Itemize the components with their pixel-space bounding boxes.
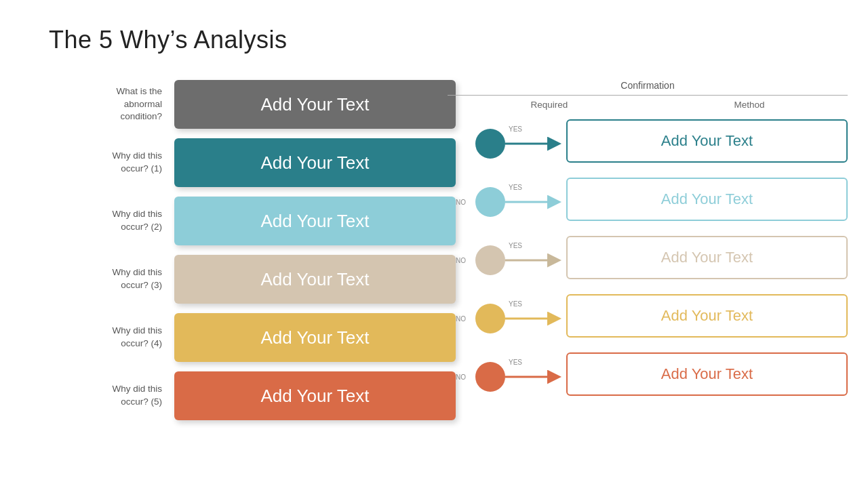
main-box-5[interactable]: Add Your Text [174, 371, 456, 420]
page-title: The 5 Why’s Analysis [49, 26, 287, 54]
svg-point-1 [475, 129, 505, 159]
diagram-row-3: NO YES Add Your Text [448, 291, 848, 340]
flow-diagram-3: NO YES [448, 291, 566, 340]
main-box-0[interactable]: Add Your Text [174, 80, 456, 129]
svg-point-7 [475, 187, 505, 217]
left-row-5: Why did this occur? (5)Add Your Text [49, 371, 456, 420]
left-row-4: Why did this occur? (4)Add Your Text [49, 313, 456, 362]
left-row-3: Why did this occur? (3)Add Your Text [49, 255, 456, 304]
row-label-4: Why did this occur? (4) [49, 325, 174, 350]
conf-box-1[interactable]: Add Your Text [566, 178, 848, 221]
main-box-4[interactable]: Add Your Text [174, 313, 456, 362]
conf-box-2[interactable]: Add Your Text [566, 236, 848, 279]
row-label-0: What is the abnormal condition? [49, 85, 174, 124]
svg-text:NO: NO [456, 199, 466, 206]
diagram-row-0: YES Add Your Text [448, 117, 848, 165]
svg-text:YES: YES [509, 359, 522, 366]
svg-point-13 [475, 245, 505, 275]
diagram-row-4: NO YES Add Your Text [448, 350, 848, 399]
left-row-0: What is the abnormal condition?Add Your … [49, 80, 456, 129]
left-row-2: Why did this occur? (2)Add Your Text [49, 197, 456, 245]
diagram-row-2: NO YES Add Your Text [448, 233, 848, 282]
svg-point-19 [475, 304, 505, 333]
flow-diagram-0: YES [448, 117, 566, 165]
conf-box-4[interactable]: Add Your Text [566, 352, 848, 396]
svg-text:NO: NO [456, 257, 466, 264]
main-box-2[interactable]: Add Your Text [174, 197, 456, 245]
row-label-3: Why did this occur? (3) [49, 266, 174, 292]
diagram-row-1: NO YES Add Your Text [448, 175, 848, 224]
conf-box-3[interactable]: Add Your Text [566, 294, 848, 338]
row-label-5: Why did this occur? (5) [49, 383, 174, 409]
flow-diagram-4: NO YES [448, 350, 566, 399]
svg-text:YES: YES [509, 242, 522, 249]
row-label-2: Why did this occur? (2) [49, 208, 174, 234]
main-box-3[interactable]: Add Your Text [174, 255, 456, 304]
svg-text:YES: YES [509, 184, 522, 191]
right-panel: Confirmation Required Method YES Add You… [448, 80, 848, 408]
col-required-label: Required [531, 100, 568, 110]
left-row-1: Why did this occur? (1)Add Your Text [49, 138, 456, 187]
svg-text:YES: YES [509, 125, 522, 133]
flow-diagram-1: NO YES [448, 175, 566, 224]
left-panel: What is the abnormal condition?Add Your … [49, 80, 456, 430]
main-box-1[interactable]: Add Your Text [174, 138, 456, 187]
svg-text:NO: NO [456, 315, 466, 323]
conf-box-0[interactable]: Add Your Text [566, 119, 848, 163]
svg-point-25 [475, 362, 505, 392]
col-method-label: Method [734, 100, 764, 110]
row-label-1: Why did this occur? (1) [49, 150, 174, 176]
flow-diagram-2: NO YES [448, 233, 566, 282]
confirmation-header: Confirmation [448, 80, 848, 96]
svg-text:NO: NO [456, 373, 466, 381]
svg-text:YES: YES [509, 300, 522, 308]
